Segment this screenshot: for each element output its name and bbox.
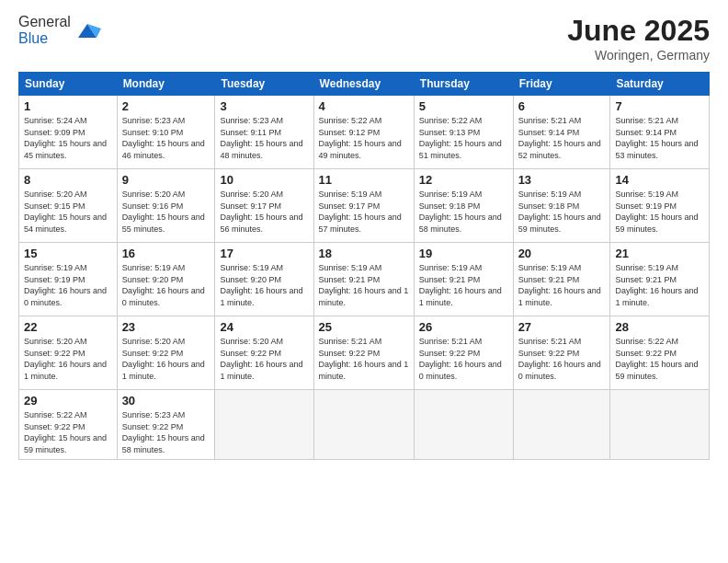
table-row <box>610 390 710 460</box>
table-row: 16Sunrise: 5:19 AMSunset: 9:20 PMDayligh… <box>117 243 215 316</box>
table-row: 3Sunrise: 5:23 AMSunset: 9:11 PMDaylight… <box>215 96 313 169</box>
logo-general-text: General <box>18 14 71 29</box>
logo-icon <box>74 19 101 42</box>
page-header: General Blue June 2025 Woringen, Germany <box>18 14 710 63</box>
table-row <box>513 390 610 460</box>
logo: General Blue <box>18 14 101 47</box>
calendar-table: Sunday Monday Tuesday Wednesday Thursday… <box>18 72 710 460</box>
col-sunday: Sunday <box>19 73 118 96</box>
table-row: 26Sunrise: 5:21 AMSunset: 9:22 PMDayligh… <box>414 316 513 390</box>
table-row: 18Sunrise: 5:19 AMSunset: 9:21 PMDayligh… <box>313 243 414 316</box>
title-block: June 2025 Woringen, Germany <box>567 14 710 63</box>
table-row: 9Sunrise: 5:20 AMSunset: 9:16 PMDaylight… <box>117 169 215 243</box>
col-saturday: Saturday <box>610 73 710 96</box>
table-row <box>414 390 513 460</box>
table-row <box>313 390 414 460</box>
table-row: 24Sunrise: 5:20 AMSunset: 9:22 PMDayligh… <box>215 316 313 390</box>
table-row: 7Sunrise: 5:21 AMSunset: 9:14 PMDaylight… <box>610 96 710 169</box>
table-row: 11Sunrise: 5:19 AMSunset: 9:17 PMDayligh… <box>313 169 414 243</box>
table-row: 5Sunrise: 5:22 AMSunset: 9:13 PMDaylight… <box>414 96 513 169</box>
table-row: 25Sunrise: 5:21 AMSunset: 9:22 PMDayligh… <box>313 316 414 390</box>
table-row: 13Sunrise: 5:19 AMSunset: 9:18 PMDayligh… <box>513 169 610 243</box>
table-row: 6Sunrise: 5:21 AMSunset: 9:14 PMDaylight… <box>513 96 610 169</box>
table-row: 1Sunrise: 5:24 AMSunset: 9:09 PMDaylight… <box>19 96 118 169</box>
table-row: 10Sunrise: 5:20 AMSunset: 9:17 PMDayligh… <box>215 169 313 243</box>
table-row: 17Sunrise: 5:19 AMSunset: 9:20 PMDayligh… <box>215 243 313 316</box>
month-title: June 2025 <box>567 14 710 48</box>
table-row: 8Sunrise: 5:20 AMSunset: 9:15 PMDaylight… <box>19 169 118 243</box>
location: Woringen, Germany <box>567 48 710 63</box>
table-row: 2Sunrise: 5:23 AMSunset: 9:10 PMDaylight… <box>117 96 215 169</box>
table-row: 23Sunrise: 5:20 AMSunset: 9:22 PMDayligh… <box>117 316 215 390</box>
table-row: 21Sunrise: 5:19 AMSunset: 9:21 PMDayligh… <box>610 243 710 316</box>
table-row: 22Sunrise: 5:20 AMSunset: 9:22 PMDayligh… <box>19 316 118 390</box>
calendar-header-row: Sunday Monday Tuesday Wednesday Thursday… <box>19 73 710 96</box>
table-row <box>215 390 313 460</box>
col-friday: Friday <box>513 73 610 96</box>
table-row: 14Sunrise: 5:19 AMSunset: 9:19 PMDayligh… <box>610 169 710 243</box>
table-row: 19Sunrise: 5:19 AMSunset: 9:21 PMDayligh… <box>414 243 513 316</box>
table-row: 29Sunrise: 5:22 AMSunset: 9:22 PMDayligh… <box>19 390 118 460</box>
table-row: 15Sunrise: 5:19 AMSunset: 9:19 PMDayligh… <box>19 243 118 316</box>
col-monday: Monday <box>117 73 215 96</box>
col-tuesday: Tuesday <box>215 73 313 96</box>
col-wednesday: Wednesday <box>313 73 414 96</box>
table-row: 20Sunrise: 5:19 AMSunset: 9:21 PMDayligh… <box>513 243 610 316</box>
table-row: 27Sunrise: 5:21 AMSunset: 9:22 PMDayligh… <box>513 316 610 390</box>
col-thursday: Thursday <box>414 73 513 96</box>
table-row: 4Sunrise: 5:22 AMSunset: 9:12 PMDaylight… <box>313 96 414 169</box>
table-row: 30Sunrise: 5:23 AMSunset: 9:22 PMDayligh… <box>117 390 215 460</box>
table-row: 12Sunrise: 5:19 AMSunset: 9:18 PMDayligh… <box>414 169 513 243</box>
logo-blue-text: Blue <box>18 30 48 46</box>
table-row: 28Sunrise: 5:22 AMSunset: 9:22 PMDayligh… <box>610 316 710 390</box>
